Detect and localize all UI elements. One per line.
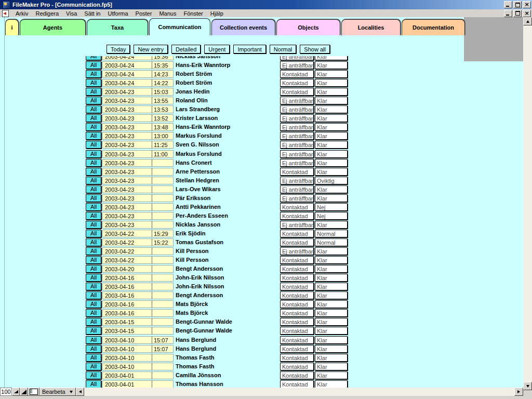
time-cell[interactable]: 14:22 (152, 79, 174, 87)
all-button[interactable]: All (86, 291, 101, 299)
horizontal-scrollbar[interactable] (84, 388, 514, 396)
name-cell[interactable]: Jonas Hedin (176, 88, 278, 96)
all-button[interactable]: All (86, 61, 101, 69)
date-cell[interactable]: 2003-04-22 (102, 238, 152, 246)
menu-f-nster[interactable]: Fönster (180, 10, 206, 17)
mode-dropdown[interactable]: Bearbeta (39, 388, 76, 396)
priority-field[interactable]: Klar (315, 345, 348, 353)
priority-field[interactable]: Klar (315, 105, 348, 113)
status-field[interactable]: Ej anträffbar (280, 159, 314, 167)
name-cell[interactable]: Bengt-Gunnar Walde (176, 318, 278, 326)
status-field[interactable]: Kontaktad (280, 70, 314, 78)
date-cell[interactable]: 2003-04-23 (102, 221, 152, 229)
priority-field[interactable]: Klar (315, 354, 348, 362)
priority-field[interactable]: Klar (315, 79, 348, 87)
date-cell[interactable]: 2003-04-01 (102, 380, 152, 388)
doc-minimize-button[interactable] (504, 10, 512, 17)
priority-field[interactable]: Klar (315, 300, 348, 308)
date-cell[interactable]: 2003-04-15 (102, 318, 152, 326)
date-cell[interactable]: 2003-04-10 (102, 363, 152, 370)
date-cell[interactable]: 2003-04-23 (102, 212, 152, 220)
priority-field[interactable]: Klar (315, 309, 348, 317)
scroll-up-button[interactable] (523, 17, 532, 25)
time-cell[interactable]: 14:23 (152, 70, 174, 78)
time-cell[interactable]: 11:25 (152, 141, 174, 149)
all-button[interactable]: All (86, 363, 101, 370)
name-cell[interactable]: John-Erik Nilsson (176, 283, 278, 290)
time-cell[interactable] (152, 185, 174, 193)
filter-button-important[interactable]: Important (233, 45, 265, 54)
filter-button-show-all[interactable]: Show all (300, 45, 330, 54)
date-cell[interactable]: 2003-04-24 (102, 70, 152, 78)
menu-utforma[interactable]: Utforma (104, 10, 131, 17)
priority-field[interactable]: Klar (315, 159, 348, 167)
name-cell[interactable]: Thomas Fasth (176, 363, 278, 370)
priority-field[interactable]: Oviktig (315, 177, 348, 184)
name-cell[interactable]: Nicklas Jansson (176, 221, 278, 229)
all-button[interactable]: All (86, 159, 101, 167)
status-field[interactable]: Ej anträffbar (280, 61, 314, 69)
time-cell[interactable] (152, 300, 174, 308)
status-field[interactable]: Kontaktad (280, 256, 314, 264)
menu-arkiv[interactable]: Arkiv (12, 10, 32, 17)
name-cell[interactable]: Thomas Hansson (176, 380, 278, 388)
name-cell[interactable]: Hans Berglund (176, 345, 278, 353)
time-cell[interactable] (152, 177, 174, 184)
name-cell[interactable]: Antti Pekkarinen (176, 203, 278, 211)
name-cell[interactable]: Kill Persson (176, 256, 278, 264)
time-cell[interactable]: 15:22 (152, 238, 174, 246)
name-cell[interactable]: Bengt Andersson (176, 291, 278, 299)
hscroll-right-button[interactable] (514, 388, 523, 396)
menu-hj-lp[interactable]: Hjälp (207, 10, 227, 17)
date-cell[interactable]: 2003-04-20 (102, 265, 152, 273)
name-cell[interactable]: Markus Forslund (176, 150, 278, 158)
time-cell[interactable]: 15:35 (152, 61, 174, 69)
time-cell[interactable]: 15:36 (152, 56, 174, 60)
time-cell[interactable] (152, 265, 174, 273)
name-cell[interactable]: Lars-Ove Wikars (176, 185, 278, 193)
name-cell[interactable]: Thomas Fasth (176, 354, 278, 362)
status-field[interactable]: Kontaktad (280, 212, 314, 220)
status-field[interactable]: Kontaktad (280, 380, 314, 388)
time-cell[interactable] (152, 159, 174, 167)
name-cell[interactable]: Stellan Hedgren (176, 177, 278, 184)
date-cell[interactable]: 2003-04-22 (102, 230, 152, 237)
restore-button[interactable] (513, 1, 522, 8)
all-button[interactable]: All (86, 114, 101, 122)
status-field[interactable]: Kontaktad (280, 300, 314, 308)
tab-objects[interactable]: Objects (276, 19, 340, 35)
date-cell[interactable]: 2003-04-23 (102, 88, 152, 96)
time-cell[interactable] (152, 194, 174, 202)
name-cell[interactable]: Roland Olin (176, 97, 278, 104)
all-button[interactable]: All (86, 371, 101, 379)
all-button[interactable]: All (86, 212, 101, 220)
date-cell[interactable]: 2003-04-10 (102, 336, 152, 344)
status-field[interactable]: Kontaktad (280, 327, 314, 335)
date-cell[interactable]: 2003-04-23 (102, 150, 152, 158)
priority-field[interactable]: Klar (315, 283, 348, 290)
status-field[interactable]: Ej anträffbar (280, 177, 314, 184)
date-cell[interactable]: 2003-04-16 (102, 291, 152, 299)
time-cell[interactable]: 13:52 (152, 114, 174, 122)
name-cell[interactable]: Markus Forslund (176, 132, 278, 140)
date-cell[interactable]: 2003-04-01 (102, 371, 152, 379)
all-button[interactable]: All (86, 132, 101, 140)
name-cell[interactable]: Hans Cronert (176, 159, 278, 167)
all-button[interactable]: All (86, 168, 101, 176)
date-cell[interactable]: 2003-04-23 (102, 203, 152, 211)
time-cell[interactable] (152, 247, 174, 255)
time-cell[interactable] (152, 283, 174, 290)
name-cell[interactable]: Robert Ström (176, 70, 278, 78)
all-button[interactable]: All (86, 354, 101, 362)
date-cell[interactable]: 2003-04-10 (102, 345, 152, 353)
all-button[interactable]: All (86, 238, 101, 246)
menu-redigera[interactable]: Redigera (32, 10, 62, 17)
date-cell[interactable]: 2003-04-16 (102, 274, 152, 282)
priority-field[interactable]: Klar (315, 70, 348, 78)
priority-field[interactable]: Klar (315, 256, 348, 264)
name-cell[interactable]: Hans Berglund (176, 336, 278, 344)
status-field[interactable]: Ej anträffbar (280, 56, 314, 60)
date-cell[interactable]: 2003-04-24 (102, 56, 152, 60)
filter-button-normal[interactable]: Normal (270, 45, 296, 54)
status-field[interactable]: Kontaktad (280, 79, 314, 87)
